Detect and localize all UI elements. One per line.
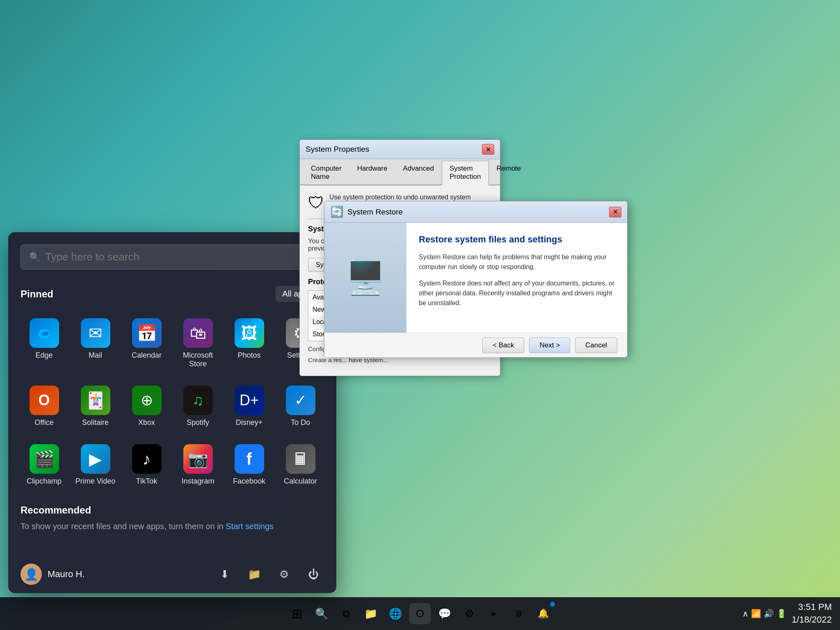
restore-desc2: System Restore does not affect any of yo…	[419, 278, 615, 308]
taskbar-taskview[interactable]: ⧉	[336, 603, 357, 624]
taskbar-search[interactable]: 🔍	[311, 603, 332, 624]
prime-label: Prime Video	[75, 477, 116, 486]
app-edge[interactable]: Edge	[21, 312, 68, 375]
app-prime[interactable]: ▶ Prime Video	[72, 438, 119, 492]
taskbar-dev[interactable]: ▸	[483, 603, 504, 624]
explorer-button[interactable]: 📁	[244, 564, 265, 585]
tiktok-label: TikTok	[136, 477, 157, 486]
settings-button[interactable]: ⚙	[273, 564, 294, 585]
start-button[interactable]: ⊞	[286, 603, 308, 624]
pinned-header: Pinned All apps ›	[21, 286, 324, 302]
clock-date: 1/18/2022	[792, 614, 832, 626]
app-todo[interactable]: ✓ To Do	[277, 379, 324, 434]
tab-advanced[interactable]: Advanced	[395, 161, 442, 185]
start-footer: 👤 Mauro H. ⬇ 📁 ⚙ ⏻	[21, 564, 324, 585]
restore-titlebar: 🔄 System Restore ✕	[324, 201, 627, 223]
prime-icon: ▶	[81, 444, 110, 474]
clipchamp-icon: 🎬	[30, 444, 59, 474]
instagram-icon: 📷	[183, 444, 213, 474]
recommended-section: Recommended To show your recent files an…	[21, 504, 324, 531]
app-office[interactable]: O Office	[21, 379, 68, 434]
power-button[interactable]: ⏻	[303, 564, 324, 585]
todo-label: To Do	[291, 418, 310, 427]
cancel-button[interactable]: Cancel	[575, 338, 617, 353]
pinned-label: Pinned	[21, 288, 53, 300]
edge-label: Edge	[35, 351, 52, 360]
todo-icon: ✓	[286, 386, 315, 415]
user-info[interactable]: 👤 Mauro H.	[21, 564, 84, 585]
tray-network[interactable]: 📶	[751, 609, 761, 619]
app-clipchamp[interactable]: 🎬 Clipchamp	[21, 438, 68, 492]
app-xbox[interactable]: ⊕ Xbox	[123, 379, 170, 434]
app-mail[interactable]: ✉ Mail	[72, 312, 119, 375]
xbox-label: Xbox	[138, 418, 155, 427]
photos-icon: 🖼	[235, 318, 264, 348]
solitaire-icon: 🃏	[81, 386, 110, 415]
store-icon: 🛍	[183, 318, 213, 348]
edge-icon	[30, 318, 59, 348]
recommended-title: Recommended	[21, 504, 324, 516]
clock-time: 3:51 PM	[792, 601, 832, 614]
username: Mauro H.	[48, 569, 84, 580]
taskbar-center: ⊞ 🔍 ⧉ 📁 🌐 O 💬 ⚙ ▸ 🖥 🔔	[286, 603, 554, 624]
taskbar-edge[interactable]: 🌐	[385, 603, 406, 624]
solitaire-label: Solitaire	[82, 418, 109, 427]
app-disney[interactable]: D+ Disney+	[226, 379, 273, 434]
app-spotify[interactable]: ♫ Spotify	[174, 379, 221, 434]
facebook-icon: f	[235, 444, 264, 474]
dialog-title: System Properties	[306, 145, 369, 154]
taskbar-extra[interactable]: 🖥	[508, 603, 529, 624]
create-restore-text: Create a res... have system...	[308, 356, 492, 363]
tab-system-protection[interactable]: System Protection	[442, 161, 489, 185]
close-button[interactable]: ✕	[482, 144, 494, 155]
restore-title-row: 🔄 System Restore	[330, 205, 403, 218]
app-solitaire[interactable]: 🃏 Solitaire	[72, 379, 119, 434]
app-tiktok[interactable]: ♪ TikTok	[123, 438, 170, 492]
spotify-label: Spotify	[187, 418, 209, 427]
taskbar-right: ∧ 📶 🔊 🔋 3:51 PM 1/18/2022	[742, 601, 832, 626]
system-tray: ∧ 📶 🔊 🔋	[742, 609, 787, 619]
tab-remote[interactable]: Remote	[489, 161, 529, 185]
tray-volume[interactable]: 🔊	[764, 609, 774, 619]
taskbar-teams[interactable]: 💬	[434, 603, 455, 624]
taskbar-notification[interactable]: 🔔	[532, 603, 554, 624]
calendar-label: Calendar	[132, 351, 162, 360]
spotify-icon: ♫	[183, 386, 213, 415]
tab-computer-name[interactable]: Computer Name	[303, 161, 349, 185]
search-icon: 🔍	[29, 252, 40, 262]
next-button[interactable]: Next >	[529, 338, 570, 353]
taskbar-office[interactable]: O	[409, 603, 431, 624]
taskbar: ⊞ 🔍 ⧉ 📁 🌐 O 💬 ⚙ ▸ 🖥 🔔 ∧ 📶 🔊 🔋 3:51 PM 1/…	[0, 597, 840, 630]
app-store[interactable]: 🛍 Microsoft Store	[174, 312, 221, 375]
back-button[interactable]: < Back	[482, 338, 524, 353]
restore-desc1: System Restore can help fix problems tha…	[419, 252, 615, 272]
search-input[interactable]	[45, 251, 315, 263]
app-facebook[interactable]: f Facebook	[226, 438, 273, 492]
photos-label: Photos	[237, 351, 260, 360]
downloads-button[interactable]: ⬇	[214, 564, 235, 585]
app-calendar[interactable]: 📅 Calendar	[123, 312, 170, 375]
tray-battery[interactable]: 🔋	[776, 609, 787, 619]
search-bar[interactable]: 🔍	[21, 244, 324, 269]
disney-icon: D+	[235, 386, 264, 415]
start-menu: 🔍 Pinned All apps › Edge ✉ Mail	[8, 232, 336, 593]
app-calculator[interactable]: 🖩 Calculator	[277, 438, 324, 492]
instagram-label: Instagram	[181, 477, 214, 486]
dialog-tabs: Computer Name Hardware Advanced System P…	[300, 159, 500, 185]
avatar: 👤	[21, 564, 42, 585]
tab-hardware[interactable]: Hardware	[349, 161, 395, 185]
start-settings-link[interactable]: Start settings	[226, 522, 274, 531]
app-instagram[interactable]: 📷 Instagram	[174, 438, 221, 492]
tray-chevron[interactable]: ∧	[742, 609, 749, 619]
taskbar-settings2[interactable]: ⚙	[459, 603, 480, 624]
clock[interactable]: 3:51 PM 1/18/2022	[792, 601, 832, 626]
app-photos[interactable]: 🖼 Photos	[226, 312, 273, 375]
restore-content: Restore system files and settings System…	[406, 223, 627, 333]
system-restore-dialog: 🔄 System Restore ✕ 🖥️ Restore system fil…	[324, 201, 628, 357]
facebook-label: Facebook	[233, 477, 265, 486]
computer-restore-icon: 🖥️	[345, 258, 386, 297]
restore-close-button[interactable]: ✕	[609, 207, 621, 217]
mail-icon: ✉	[81, 318, 110, 348]
office-icon: O	[30, 386, 59, 415]
taskbar-explorer[interactable]: 📁	[360, 603, 381, 624]
